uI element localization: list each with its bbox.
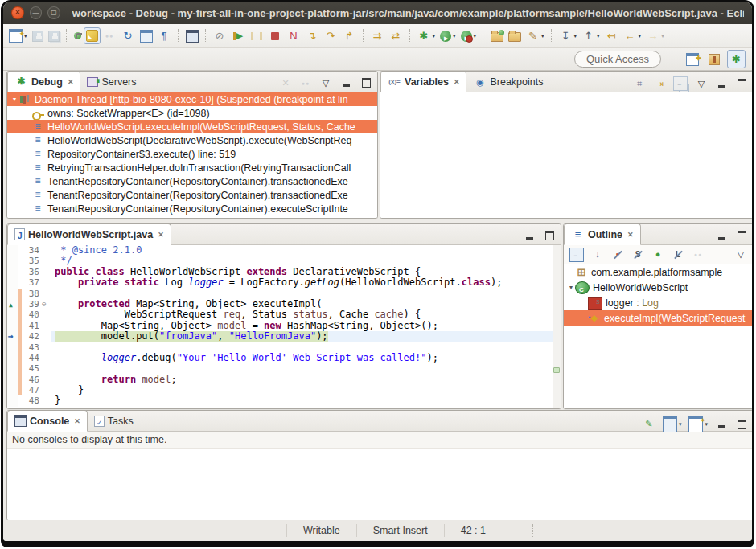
line-number[interactable]: 41: [22, 321, 42, 331]
minimize-button[interactable]: [713, 227, 730, 244]
dropdown-caret[interactable]: ▾: [679, 421, 682, 428]
tree-row[interactable]: HelloWorldWebScript.executeImpl(WebScrip…: [7, 120, 377, 133]
view-menu-button[interactable]: ▽: [317, 74, 335, 92]
code-line[interactable]: model.put("fromJava", "HelloFromJava");: [51, 331, 561, 342]
line-number[interactable]: 48: [22, 395, 42, 406]
editor-line[interactable]: 37 private static Log logger = LogFactor…: [7, 277, 561, 288]
close-button[interactable]: ✕: [11, 6, 24, 19]
editor-line[interactable]: 41 Map<String, Object> model = new HashM…: [7, 321, 561, 331]
maximize-button[interactable]: [733, 227, 750, 244]
code-line[interactable]: [51, 342, 561, 353]
step-return-button[interactable]: ↱: [340, 27, 359, 45]
editor-line[interactable]: 48}: [7, 395, 561, 406]
tree-row[interactable]: logger : Log: [564, 295, 752, 310]
quick-access-button[interactable]: Quick Access: [574, 51, 661, 68]
close-tab-icon[interactable]: ✕: [158, 231, 164, 239]
editor-line[interactable]: 40 WebScriptRequest req, Status status, …: [7, 309, 561, 320]
line-number[interactable]: 39: [22, 299, 42, 309]
show-logical-structures-toggle[interactable]: ⇥: [651, 75, 668, 92]
tab-variables[interactable]: Variables✕: [380, 71, 466, 92]
editor-body[interactable]: 34 * @since 2.1.035 */36public class Hel…: [7, 245, 561, 408]
editor-line[interactable]: 47 }: [7, 385, 561, 395]
code-line[interactable]: }: [51, 385, 561, 395]
dropdown-caret[interactable]: ▾: [474, 33, 477, 39]
dropdown-caret[interactable]: ▾: [597, 33, 600, 39]
tab-helloworldwebscript-java[interactable]: HelloWorldWebScript.java✕: [7, 223, 171, 245]
editor-line[interactable]: 46 return model;: [7, 375, 561, 385]
close-tab-icon[interactable]: ✕: [68, 78, 74, 86]
tab-debug[interactable]: Debug✕: [7, 71, 80, 92]
hide-fields-toggle[interactable]: [609, 246, 627, 264]
use-step-filters-toggle[interactable]: ⇉: [368, 27, 387, 45]
code-line[interactable]: protected Map<String, Object> executeImp…: [51, 299, 561, 309]
editor-line[interactable]: 45: [7, 363, 561, 374]
open-resource-button[interactable]: [488, 27, 506, 44]
minimize-button[interactable]: [520, 227, 538, 244]
tab-tasks[interactable]: Tasks: [88, 412, 140, 431]
minimize-button[interactable]: [713, 75, 730, 92]
variables-view-body[interactable]: [380, 92, 752, 218]
editor-line[interactable]: 38: [7, 289, 561, 299]
back-dropdown[interactable]: ←▾: [621, 27, 644, 45]
block-selection-toggle[interactable]: ⊘: [211, 27, 229, 45]
editor-line[interactable]: 34 * @since 2.1.0: [7, 245, 561, 256]
minimize-button[interactable]: [337, 74, 355, 92]
edit-step-filters-button[interactable]: ⇄: [387, 27, 405, 45]
line-number[interactable]: 40: [22, 309, 42, 320]
editor-line[interactable]: 39⊖ protected Map<String, Object> execut…: [7, 299, 561, 309]
tree-row[interactable]: owns: SocketWrapper<E> (id=1098): [7, 106, 377, 120]
tree-row[interactable]: TenantRepositoryContainer(RepositoryCont…: [7, 202, 377, 215]
line-number[interactable]: 34: [22, 245, 42, 256]
external-tools-dropdown[interactable]: ▾: [458, 28, 479, 44]
previous-annotation-dropdown[interactable]: ↥▾: [579, 27, 602, 45]
code-line[interactable]: * @since 2.1.0: [51, 245, 561, 256]
maximize-button[interactable]: [540, 227, 558, 244]
line-number[interactable]: 36: [22, 267, 42, 277]
new-wizard-button[interactable]: ▾: [6, 27, 30, 45]
annotation-brush-dropdown[interactable]: ✎▾: [524, 27, 547, 45]
fold-marker[interactable]: ⊖: [42, 299, 51, 309]
maximize-button[interactable]: [733, 416, 750, 433]
show-whitespace-toggle[interactable]: ¶: [155, 27, 174, 45]
overview-annotation-marker[interactable]: [553, 367, 560, 373]
tree-row[interactable]: HelloWorldWebScript(DeclarativeWebScript…: [7, 133, 377, 147]
tree-row[interactable]: ▾HelloWorldWebScript: [564, 280, 752, 295]
overview-ruler[interactable]: [553, 245, 561, 408]
close-tab-icon[interactable]: ✕: [454, 78, 460, 86]
expander-icon[interactable]: ▾: [567, 284, 575, 291]
tree-row[interactable]: TenantRepositoryContainer(RepositoryCont…: [7, 174, 377, 188]
debug-perspective-button[interactable]: ✱: [727, 50, 746, 68]
code-line[interactable]: private static Log logger = LogFactory.g…: [51, 277, 561, 288]
show-type-names-toggle[interactable]: ⌗: [631, 75, 648, 92]
code-line[interactable]: logger.debug("Your 'Hello World' Web Scr…: [51, 353, 561, 363]
pin-console-toggle[interactable]: ✎: [640, 416, 658, 433]
code-line[interactable]: WebScriptRequest req, Status status, Cac…: [51, 309, 561, 320]
java-perspective-button[interactable]: [706, 51, 722, 68]
editor-line[interactable]: 35 */: [7, 256, 561, 266]
line-number[interactable]: 44: [22, 353, 42, 363]
last-edit-location-button[interactable]: ↤: [602, 27, 621, 45]
line-number[interactable]: 42: [22, 331, 42, 342]
next-annotation-dropdown[interactable]: ↧▾: [557, 27, 580, 45]
dropdown-caret[interactable]: ▾: [453, 33, 456, 39]
open-perspective-button[interactable]: [684, 51, 701, 68]
hide-static-members-toggle[interactable]: [629, 246, 647, 264]
tree-row[interactable]: com.example.platformsample: [564, 264, 752, 280]
view-menu-button[interactable]: ▽: [732, 246, 750, 264]
code-line[interactable]: }: [51, 395, 561, 406]
tree-row[interactable]: executeImpl(WebScriptRequest: [564, 310, 752, 326]
dropdown-caret[interactable]: ▾: [639, 33, 642, 39]
tree-row[interactable]: ▾Daemon Thread [http-bio-8080-exec-10] (…: [7, 92, 377, 106]
line-number[interactable]: 45: [22, 363, 42, 374]
line-number[interactable]: 47: [22, 385, 42, 395]
titlebar[interactable]: ✕ — ▢ workspace - Debug - my-first-all-i…: [3, 2, 752, 24]
close-tab-icon[interactable]: ✕: [627, 231, 634, 239]
open-folder-button[interactable]: [506, 27, 524, 44]
collapse-all-button[interactable]: [567, 245, 586, 264]
code-line[interactable]: public class HelloWorldWebScript extends…: [51, 267, 561, 277]
minimize-window-button[interactable]: —: [30, 6, 43, 19]
code-line[interactable]: [51, 289, 561, 299]
terminal-button[interactable]: [183, 27, 201, 45]
run-dropdown[interactable]: ▾: [438, 28, 458, 44]
expander-icon[interactable]: ▾: [10, 96, 18, 103]
